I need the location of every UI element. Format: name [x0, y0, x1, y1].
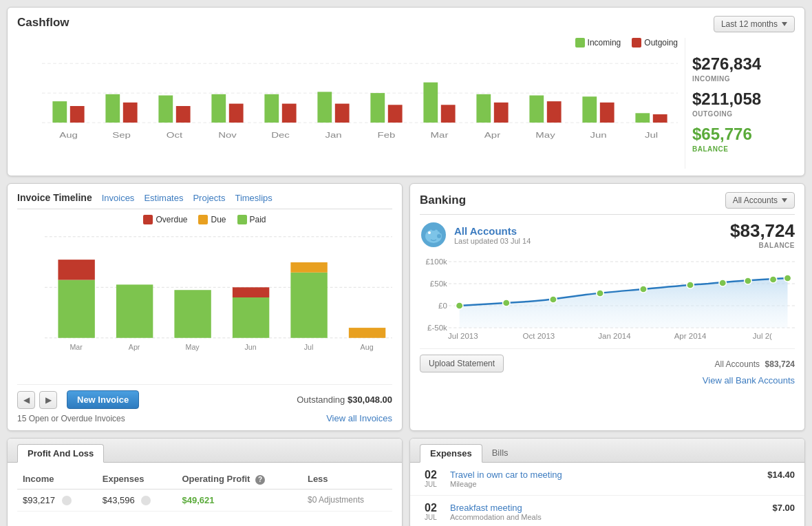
help-icon[interactable]: ? [255, 475, 265, 485]
cashflow-chart-area: Incoming Outgoing 50k 25 [17, 38, 678, 169]
expense-date-2: 02 JUL [420, 503, 442, 521]
pnl-content: Income Expenses Operating Profit ? Less [8, 463, 402, 518]
next-nav-button[interactable]: ▶ [39, 391, 57, 409]
cashflow-legend: Incoming Outgoing [17, 38, 678, 48]
incoming-value: $276,834 [692, 54, 795, 74]
cashflow-bar-outgoing-0 [70, 106, 85, 123]
period-label: Last 12 months [721, 19, 778, 29]
banking-chart-area: £100k £50k £0 £-50k Jul 2013 Oct 2013 Ja… [420, 255, 795, 344]
overdue-legend-item: Overdue [143, 215, 187, 224]
due-legend-box [198, 215, 208, 224]
cashflow-x-label-8: Apr [484, 130, 501, 139]
invoice-footer: ◀ ▶ New Invoice Outstanding $30,048.00 1… [17, 384, 392, 423]
view-all-bank-accounts-link[interactable]: View all Bank Accounts [703, 375, 795, 386]
invoice-timeline-tab-active: Invoice Timeline [17, 192, 92, 203]
invoice-status-bar: 15 Open or Overdue Invoices View all Inv… [17, 413, 392, 423]
expense-category-2: Accommodation and Meals [450, 513, 772, 521]
svg-text:May: May [186, 343, 200, 351]
expenses-tab-active[interactable]: Expenses [420, 444, 482, 463]
bar-aug-due [349, 328, 385, 338]
invoice-footer-actions: ◀ ▶ New Invoice Outstanding $30,048.00 [17, 390, 392, 409]
cashflow-bar-incoming-2 [158, 96, 173, 123]
profit-and-loss-card: Profit And Loss Income Expenses Operatin… [7, 438, 403, 526]
paid-legend-item: Paid [237, 215, 266, 224]
outstanding-label: Outstanding [297, 394, 345, 405]
cashflow-x-label-4: Dec [271, 130, 290, 139]
list-item: 02 JUL Breakfast meeting Accommodation a… [410, 496, 804, 526]
pnl-tab-active[interactable]: Profit And Loss [17, 444, 104, 463]
svg-rect-21 [431, 228, 436, 231]
all-accounts-amount: $83,724 [765, 359, 795, 369]
outstanding-amount: $30,048.00 [348, 394, 392, 405]
upload-statement-button[interactable]: Upload Statement [420, 355, 504, 372]
overdue-legend-label: Overdue [156, 215, 187, 224]
cashflow-bar-incoming-0 [52, 101, 67, 123]
cashflow-x-label-7: Mar [431, 130, 449, 139]
cashflow-bar-incoming-11 [635, 113, 650, 123]
view-all-invoices-link[interactable]: View all Invoices [326, 413, 392, 423]
bank-point-10 [784, 275, 791, 282]
expense-name-2[interactable]: Breakfast meeting [450, 503, 772, 513]
cashflow-x-label-11: Jul [645, 130, 658, 139]
svg-text:£50k: £50k [430, 280, 447, 288]
svg-text:Jun: Jun [245, 343, 257, 351]
list-item: 02 JUL Travel in own car to meeting Mile… [410, 463, 804, 496]
cashflow-bar-incoming-8 [476, 94, 491, 123]
svg-text:Jul: Jul [304, 343, 314, 351]
outgoing-stat: $211,058 OUTGOING [692, 90, 795, 118]
cashflow-bar-incoming-4 [264, 94, 279, 123]
bills-tab-inactive[interactable]: Bills [482, 444, 518, 463]
svg-text:Apr 2014: Apr 2014 [674, 332, 707, 340]
cashflow-bar-outgoing-8 [494, 103, 509, 123]
cashflow-chart-svg: 50k 25k 0k AugSepOctNovDecJanFebMarAprMa… [42, 52, 678, 152]
expenses-value: $43,596 [97, 489, 177, 512]
cashflow-x-label-0: Aug [59, 130, 78, 139]
cashflow-x-label-6: Feb [378, 130, 396, 139]
cashflow-card: Cashflow Last 12 months Incoming Outgoin… [7, 7, 805, 176]
expenses-card: Expenses Bills 02 JUL Travel in own car … [409, 438, 805, 526]
outgoing-legend-label: Outgoing [644, 38, 678, 48]
prev-nav-button[interactable]: ◀ [17, 391, 35, 409]
balance-value: $65,776 [692, 125, 795, 144]
outgoing-legend-box [632, 38, 641, 48]
svg-text:£0: £0 [438, 302, 447, 310]
bank-point-6 [687, 282, 694, 288]
tab-timeslips[interactable]: Timeslips [235, 193, 272, 203]
svg-text:Jul 2(: Jul 2( [753, 332, 772, 340]
account-updated: Last updated 03 Jul 14 [454, 237, 531, 245]
tab-invoices[interactable]: Invoices [102, 193, 135, 203]
account-selector-button[interactable]: All Accounts [725, 192, 795, 209]
invoice-timeline-card: Invoice Timeline Invoices Estimates Proj… [7, 183, 403, 431]
bar-jul-paid [290, 273, 327, 338]
paid-legend-label: Paid [250, 215, 266, 224]
cashflow-x-label-9: May [535, 130, 555, 139]
new-invoice-button[interactable]: New Invoice [67, 390, 139, 409]
expense-name-1[interactable]: Travel in own car to meeting [450, 470, 767, 480]
tab-estimates[interactable]: Estimates [144, 193, 183, 203]
bank-point-4 [597, 290, 603, 297]
balance-stat: $65,776 BALANCE [692, 125, 795, 153]
expense-day-1: 02 [420, 470, 442, 481]
expense-details-1: Travel in own car to meeting Mileage [450, 470, 767, 488]
cashflow-x-label-5: Jan [325, 130, 341, 139]
invoice-legend: Overdue Due Paid [17, 215, 392, 224]
paid-legend-box [237, 215, 247, 224]
pnl-col-operating: Operating Profit ? [176, 470, 301, 489]
svg-point-20 [428, 231, 431, 234]
cashflow-bar-incoming-6 [370, 93, 385, 123]
dashboard: Cashflow Last 12 months Incoming Outgoin… [0, 0, 812, 526]
pnl-header-row: Income Expenses Operating Profit ? Less [17, 470, 392, 489]
expense-amount-2: $7.00 [772, 503, 795, 513]
income-indicator [62, 496, 72, 505]
expense-month-2: JUL [420, 514, 442, 521]
tab-projects[interactable]: Projects [193, 193, 225, 203]
expenses-content: 02 JUL Travel in own car to meeting Mile… [410, 463, 804, 526]
less-value: $0 Adjustments [302, 489, 392, 512]
bank-point-7 [719, 280, 726, 286]
incoming-label: INCOMING [692, 75, 795, 83]
pnl-tab-bar: Profit And Loss [8, 439, 402, 463]
period-selector-button[interactable]: Last 12 months [714, 16, 795, 32]
outgoing-value: $211,058 [692, 90, 795, 109]
cashflow-chart-container: 50k 25k 0k AugSepOctNovDecJanFebMarAprMa… [17, 52, 678, 169]
account-name: All Accounts [454, 225, 531, 237]
